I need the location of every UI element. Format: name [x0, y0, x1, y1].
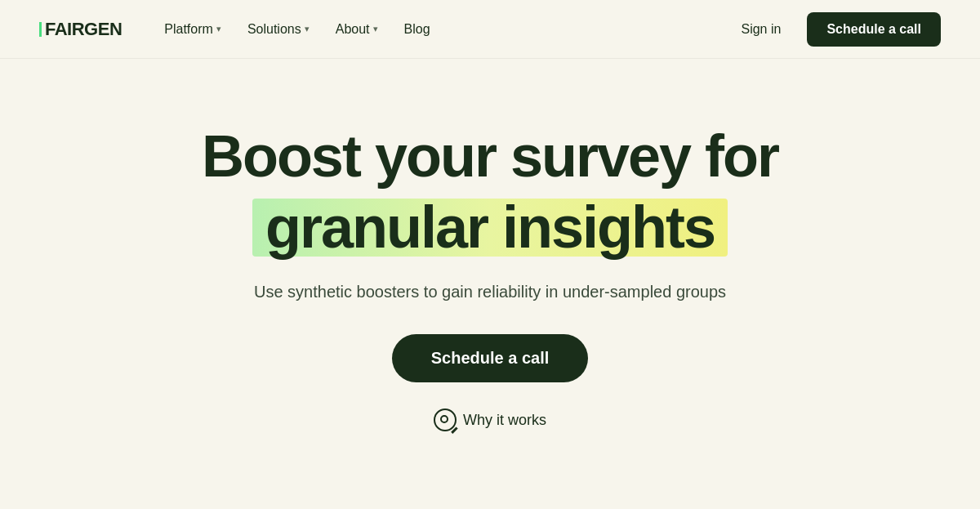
nav-item-about[interactable]: About ▾ — [326, 16, 388, 43]
nav-links: Platform ▾ Solutions ▾ About ▾ Blog — [154, 16, 439, 43]
schedule-call-button-hero[interactable]: Schedule a call — [392, 334, 589, 382]
solutions-chevron-icon: ▾ — [305, 24, 310, 34]
nav-item-solutions[interactable]: Solutions ▾ — [238, 16, 319, 43]
nav-item-blog[interactable]: Blog — [394, 16, 440, 43]
why-it-works-label: Why it works — [463, 412, 546, 429]
search-icon-circle-inner — [440, 415, 448, 423]
hero-title-line2: granular insights — [252, 194, 728, 260]
hero-title-highlight-wrapper: granular insights — [252, 195, 728, 260]
logo[interactable]: FAIRGEN — [39, 19, 122, 40]
about-chevron-icon: ▾ — [373, 24, 378, 34]
sign-in-link[interactable]: Sign in — [731, 16, 791, 43]
logo-full-text: FAIRGEN — [45, 19, 122, 40]
navbar: FAIRGEN Platform ▾ Solutions ▾ About ▾ B… — [0, 0, 980, 59]
hero-section: Boost your survey for granular insights … — [0, 59, 980, 480]
nav-item-platform[interactable]: Platform ▾ — [154, 16, 231, 43]
logo-bar — [39, 22, 42, 37]
hero-title-line1: Boost your survey for — [202, 124, 778, 189]
navbar-right: Sign in Schedule a call — [731, 12, 941, 47]
nav-blog-label: Blog — [404, 22, 430, 37]
search-icon — [434, 409, 457, 431]
nav-platform-label: Platform — [164, 22, 213, 37]
platform-chevron-icon: ▾ — [216, 24, 221, 34]
nav-solutions-label: Solutions — [247, 22, 301, 37]
schedule-call-button-nav[interactable]: Schedule a call — [807, 12, 941, 47]
hero-subtitle: Use synthetic boosters to gain reliabili… — [254, 283, 726, 301]
why-it-works-link[interactable]: Why it works — [434, 409, 546, 431]
navbar-left: FAIRGEN Platform ▾ Solutions ▾ About ▾ B… — [39, 16, 440, 43]
nav-about-label: About — [336, 22, 370, 37]
